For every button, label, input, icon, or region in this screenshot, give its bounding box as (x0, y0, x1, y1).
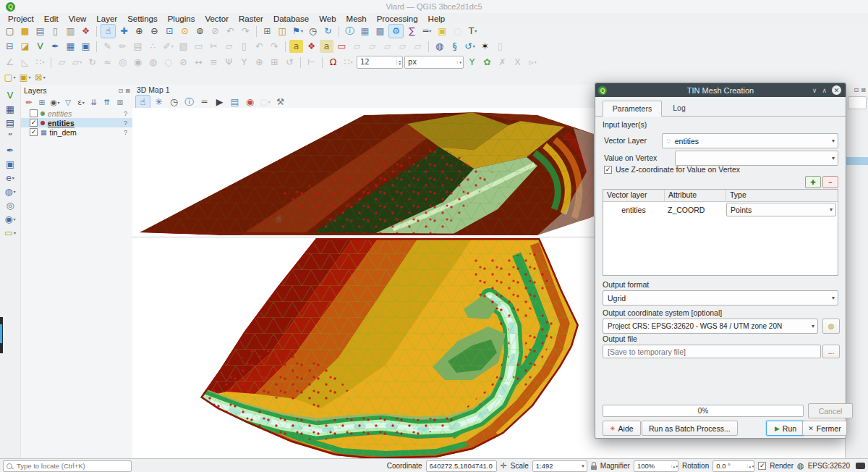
add-wfs-layer-button[interactable]: ◉▾ (4, 213, 17, 226)
dialog-close-icon[interactable]: ✕ (832, 85, 841, 95)
menu-item-view[interactable]: View (64, 14, 92, 23)
snap-tolerance-spinbox[interactable]: 12▴ ▾ (357, 56, 403, 69)
run-button[interactable]: ▶ Run (766, 421, 805, 436)
table-row[interactable]: entities Z_COORD Points (603, 202, 838, 217)
style-manager-button[interactable]: ❖ (79, 25, 93, 38)
layer-item-entities-hidden[interactable]: entities ? (21, 109, 133, 118)
configure-3d-button[interactable]: ⚒ (273, 96, 287, 109)
add-group-button[interactable]: ⊞ (36, 97, 48, 108)
vector-layer-combo[interactable]: ∵ entities (662, 133, 838, 148)
identify-features-button[interactable]: ⓘ (343, 25, 357, 38)
add-virtual-layer-button[interactable]: ▣ (4, 158, 17, 171)
zoom-in-button[interactable]: ⊕ (132, 25, 146, 38)
cell-type-combo[interactable]: Points (726, 203, 836, 216)
select-by-expression-button[interactable]: ▣▾ (18, 71, 32, 84)
enable-tracing-button[interactable]: ✿ (480, 56, 494, 69)
field-calculator-button[interactable]: ▩ (373, 25, 387, 38)
run-as-batch-button[interactable]: Run as Batch Process... (642, 421, 738, 436)
processing-toolbox-button[interactable]: ↺▾ (463, 40, 477, 53)
menu-item-processing[interactable]: Processing (372, 14, 423, 23)
locator-input[interactable] (15, 461, 128, 471)
add-wcs-layer-button[interactable]: ◎ (4, 199, 17, 212)
zoom-to-layer-button[interactable]: ⊚ (193, 25, 207, 38)
scale-combo[interactable]: 1:492 (532, 460, 587, 472)
remove-layer-button[interactable]: ⊠ (114, 97, 126, 108)
open-attribute-table-button[interactable]: ▦ (358, 25, 372, 38)
pan-to-selection-button[interactable]: ✚ (117, 25, 131, 38)
layer-diagram-button[interactable]: ❖ (305, 40, 318, 53)
pan-map-button[interactable]: ☝ (101, 24, 116, 38)
new-point-cloud-layer-button[interactable]: ” (4, 130, 17, 143)
text-annotation-button[interactable]: T▾ (466, 25, 480, 38)
pin-labels-button[interactable]: a (320, 40, 333, 53)
highlight-pinned-labels-button[interactable]: ▭ (335, 40, 349, 53)
zoom-out-button[interactable]: ⊖ (148, 25, 161, 38)
extents-icon[interactable]: ✛ (501, 461, 507, 471)
menu-item-raster[interactable]: Raster (234, 14, 268, 23)
layer-visibility-checkbox[interactable] (30, 119, 38, 127)
snap-unit-combo[interactable]: px▾ (404, 56, 464, 69)
dropdown-icon[interactable]: ▾ (457, 61, 461, 64)
deselect-features-button[interactable]: ⊠▾ (33, 71, 47, 84)
select-features-button[interactable]: ▢▾ (3, 71, 17, 84)
first-aid-debug-button[interactable]: ✶ (478, 40, 492, 53)
zoom-full-button[interactable]: ⊡ (163, 25, 176, 38)
menu-item-settings[interactable]: Settings (122, 14, 163, 23)
messages-icon[interactable] (856, 463, 865, 469)
measure-button[interactable]: ═▾ (420, 25, 434, 38)
snapping-toggle-button[interactable]: Ω (326, 56, 340, 69)
dropdown-icon[interactable]: ▾ (42, 60, 44, 64)
menu-item-project[interactable]: Project (3, 14, 39, 23)
dropdown-icon[interactable]: ▾ (13, 190, 15, 194)
camera-pan-button[interactable]: ☝ (135, 95, 150, 109)
output-crs-combo[interactable]: Project CRS: EPSG:32620 - WGS 84 / UTM z… (603, 319, 818, 334)
new-3d-map-view-button[interactable]: ◫ (276, 25, 289, 38)
help-button[interactable]: ✳ Aide (603, 421, 641, 436)
output-file-input[interactable] (603, 345, 821, 358)
new-mesh-layer-rail-button[interactable]: ▤ (4, 117, 17, 130)
tab-parameters[interactable]: Parameters (603, 101, 662, 117)
use-z-coordinate-row[interactable]: Use Z-coordinate for Value on Vertex (604, 165, 740, 174)
menu-item-layer[interactable]: Layer (91, 14, 122, 23)
add-delimited-text-layer-button[interactable]: ✒ (4, 144, 17, 157)
save-as-image-button[interactable]: ▤ (228, 96, 242, 109)
layout-manager-button[interactable]: ▥ (64, 25, 77, 38)
add-postgis-layer-button[interactable]: e▾ (4, 172, 17, 185)
panel-close-icon[interactable]: ⊠ (125, 88, 130, 94)
add-row-button[interactable]: ✚ (805, 176, 821, 188)
statistical-summary-button[interactable]: ∑ (405, 25, 419, 38)
panel-selected-row[interactable] (846, 157, 868, 165)
dropdown-icon[interactable]: ▾ (82, 101, 85, 105)
measure-3d-button[interactable]: ═ (197, 96, 211, 109)
open-project-button[interactable]: ■ (18, 25, 32, 38)
add-gps-device-button[interactable]: ▭▾ (4, 227, 17, 240)
dropdown-icon[interactable]: ▾ (268, 100, 271, 104)
metasearch-button[interactable]: ◍ (433, 40, 446, 53)
dropdown-icon[interactable]: ▾ (535, 60, 537, 64)
zoom-full-3d-button[interactable]: ✳ (152, 96, 166, 109)
python-console-button[interactable]: § (448, 40, 461, 53)
new-print-layout-button[interactable]: ▯ (48, 25, 62, 38)
layer-labeling-button[interactable]: a (289, 40, 303, 53)
value-on-vertex-combo[interactable] (675, 151, 838, 166)
menu-item-help[interactable]: Help (423, 14, 451, 23)
new-geopackage-layer-button[interactable]: ◪ (18, 40, 32, 53)
new-mesh-layer-button[interactable]: ▦ (64, 40, 77, 53)
layer-visibility-checkbox[interactable] (30, 109, 38, 117)
new-project-button[interactable]: ▢ (3, 25, 17, 38)
spin-arrows-icon[interactable]: ▴ ▾ (396, 59, 401, 65)
collapse-all-button[interactable]: ⇈ (101, 97, 113, 108)
layer-notes-badge[interactable]: ? (124, 110, 127, 117)
dropdown-icon[interactable]: ▾ (14, 231, 16, 235)
dropdown-icon[interactable]: ▾ (13, 75, 15, 80)
dropdown-icon[interactable]: ▾ (301, 29, 303, 33)
topological-editing-button[interactable]: Y (465, 56, 479, 69)
dropdown-icon[interactable]: ▾ (473, 44, 475, 49)
menu-item-vector[interactable]: Vector (200, 14, 234, 23)
identify-3d-button[interactable]: ⓘ (182, 96, 196, 109)
animation-temporal-button[interactable]: ◷ (167, 96, 181, 109)
vertex-layers-table[interactable]: Vector layer Attribute Type entities Z_C… (603, 189, 838, 276)
dropdown-icon[interactable]: ▾ (350, 60, 352, 64)
menu-item-database[interactable]: Database (268, 14, 314, 23)
filter-by-expression-button[interactable]: ε▾ (75, 97, 87, 108)
